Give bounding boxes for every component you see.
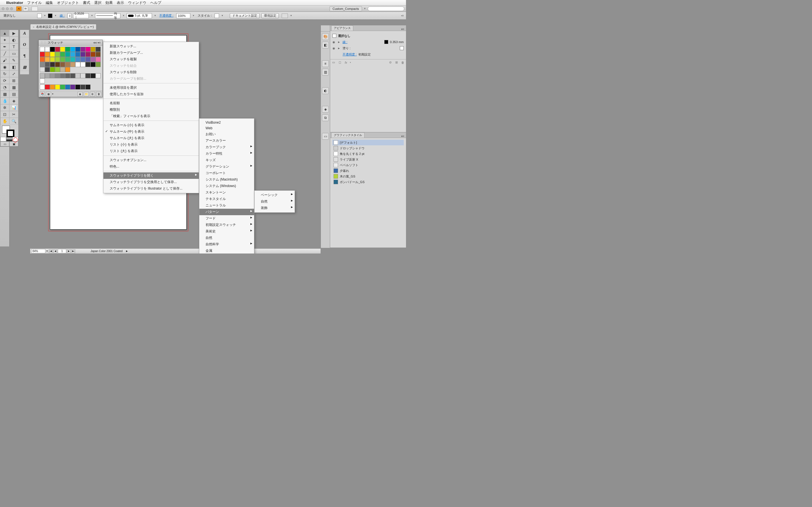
menu-item[interactable]: ニュートラル: [199, 202, 254, 209]
swatch-library-icon[interactable]: 📚: [40, 92, 45, 96]
swatch-item[interactable]: [70, 47, 75, 52]
swatch-item[interactable]: [86, 57, 91, 62]
swatch-item[interactable]: [50, 62, 55, 67]
new-color-group-icon[interactable]: 📁: [84, 92, 89, 96]
menu-item[interactable]: テキスタイル: [199, 196, 254, 202]
perspective-tool[interactable]: ▦: [9, 84, 18, 91]
menu-item[interactable]: お祝い: [199, 131, 254, 137]
swatch-item[interactable]: [70, 52, 75, 57]
stroke-swatch[interactable]: [48, 13, 52, 18]
swatch-item[interactable]: [40, 52, 45, 57]
line-tool[interactable]: ╱: [0, 50, 9, 57]
menu-item[interactable]: ベーシック▶: [255, 192, 295, 198]
swatch-item[interactable]: [96, 57, 101, 62]
stroke-color-swatch[interactable]: [384, 40, 388, 44]
swatch-item[interactable]: [86, 73, 91, 78]
fill-color-swatch[interactable]: [400, 46, 404, 50]
clear-icon[interactable]: ⊘: [388, 61, 393, 64]
next-artboard-icon[interactable]: ▶: [67, 249, 71, 253]
direct-selection-tool[interactable]: ▶: [9, 30, 18, 37]
expand-icon[interactable]: ▶: [338, 41, 341, 43]
menu-item[interactable]: システム (Windows): [199, 183, 254, 189]
swatch-item[interactable]: [50, 73, 55, 78]
close-tab-icon[interactable]: ×: [33, 25, 35, 29]
swatch-item[interactable]: [50, 57, 55, 62]
menu-item[interactable]: グラデーション▶: [199, 163, 254, 170]
swatch-item[interactable]: [91, 57, 96, 62]
menu-item[interactable]: スウォッチライブラリを Illustrator として保存...: [103, 185, 199, 192]
swatch-item[interactable]: [55, 62, 60, 67]
swatch-item[interactable]: [75, 47, 80, 52]
fill-stroke-control[interactable]: [0, 124, 18, 137]
delete-swatch-icon[interactable]: 🗑: [96, 92, 101, 96]
menu-item[interactable]: アースカラー: [199, 137, 254, 144]
eraser-tool[interactable]: ◧: [9, 64, 18, 70]
menu-item[interactable]: スウォッチライブラリを開く▶: [103, 172, 199, 179]
menu-item[interactable]: 「検索」フィールドを表示: [103, 113, 199, 119]
menu-item[interactable]: サムネール (大) を表示: [103, 135, 199, 142]
stroke-value[interactable]: 0.353 mm: [390, 40, 404, 44]
swatch-item[interactable]: [45, 67, 50, 72]
graphic-style-item[interactable]: 夕暮れ: [333, 168, 404, 173]
color-guide-panel-icon[interactable]: ◧: [322, 42, 329, 48]
swatch-item[interactable]: [55, 57, 60, 62]
menu-item[interactable]: 自然: [199, 235, 254, 241]
swatch-item[interactable]: [86, 62, 91, 67]
swatch-item[interactable]: [40, 62, 45, 67]
menu-item[interactable]: パターン▶: [199, 209, 254, 215]
menu-item[interactable]: スウォッチオプション...: [103, 157, 199, 163]
symbol-sprayer-tool[interactable]: ✲: [0, 104, 9, 111]
swatch-item[interactable]: [75, 52, 80, 57]
stroke-weight-stepper[interactable]: ‡: [67, 13, 71, 18]
zoom-tool[interactable]: 🔍: [9, 118, 18, 124]
swatch-item[interactable]: [40, 73, 45, 78]
preferences-button[interactable]: 環境設定: [261, 13, 279, 18]
new-swatch-icon[interactable]: ⊞: [90, 92, 95, 96]
swatch-item[interactable]: [91, 73, 96, 78]
stroke-panel-icon[interactable]: ≡: [322, 60, 329, 67]
swatch-kind-icon[interactable]: ▦: [46, 92, 51, 96]
workspace-selector[interactable]: Custom_Compacts: [329, 6, 362, 11]
menu-item[interactable]: カラー特性▶: [199, 151, 254, 157]
swatch-item[interactable]: [75, 84, 80, 90]
swatch-item[interactable]: [96, 47, 101, 52]
menu-object[interactable]: オブジェクト: [57, 0, 79, 5]
swatch-item[interactable]: [86, 84, 91, 90]
style-swatch[interactable]: [214, 13, 219, 18]
blend-tool[interactable]: ◈: [9, 98, 18, 104]
menu-item[interactable]: キッズ: [199, 157, 254, 163]
stroke-row-label[interactable]: 線 :: [343, 40, 347, 44]
swatch-item[interactable]: [65, 57, 70, 62]
links-panel-icon[interactable]: ⧉: [322, 114, 329, 121]
swatches-titlebar[interactable]: ⋮⋮ スウォッチ ◀◀ ▾≡: [39, 40, 102, 46]
menu-item[interactable]: サムネール (中) を表示✓: [103, 128, 199, 135]
menu-window[interactable]: ウィンドウ: [128, 0, 146, 5]
artboards-panel-icon[interactable]: ▭: [322, 133, 329, 140]
control-bar-menu-icon[interactable]: ▪≡: [401, 14, 404, 17]
paragraph-panel-icon[interactable]: ¶: [20, 52, 29, 60]
collapse-panel-icon[interactable]: ◀◀: [93, 41, 96, 44]
document-setup-button[interactable]: ドキュメント設定: [230, 13, 260, 18]
menu-item[interactable]: 未使用項目を選択: [103, 84, 199, 91]
pencil-tool[interactable]: ✎: [9, 57, 18, 64]
gradient-tool[interactable]: ▤: [9, 91, 18, 98]
swatch-item[interactable]: [45, 84, 50, 90]
menu-item[interactable]: 新規スウォッチ...: [103, 43, 199, 50]
swatch-item[interactable]: [45, 62, 50, 67]
graphic-style-item[interactable]: ドロップシャドウ: [333, 145, 404, 151]
swatch-item[interactable]: [60, 52, 65, 57]
swatch-item[interactable]: [45, 57, 50, 62]
menu-item[interactable]: Web: [199, 125, 254, 131]
rotate-tool[interactable]: ↻: [0, 70, 9, 77]
prev-artboard-icon[interactable]: ◀: [53, 249, 57, 253]
stroke-link[interactable]: 線 :: [59, 13, 66, 18]
swatch-item[interactable]: [55, 67, 60, 72]
menu-item[interactable]: 使用したカラーを追加: [103, 91, 199, 98]
swatch-item[interactable]: [60, 62, 65, 67]
pen-tool[interactable]: ✒: [0, 43, 9, 50]
magic-wand-tool[interactable]: ✦: [0, 37, 9, 43]
menu-item[interactable]: リスト (大) を表示: [103, 148, 199, 154]
scale-tool[interactable]: ⤢: [9, 70, 18, 77]
swatch-item[interactable]: [60, 47, 65, 52]
slice-tool[interactable]: ✂: [9, 111, 18, 118]
